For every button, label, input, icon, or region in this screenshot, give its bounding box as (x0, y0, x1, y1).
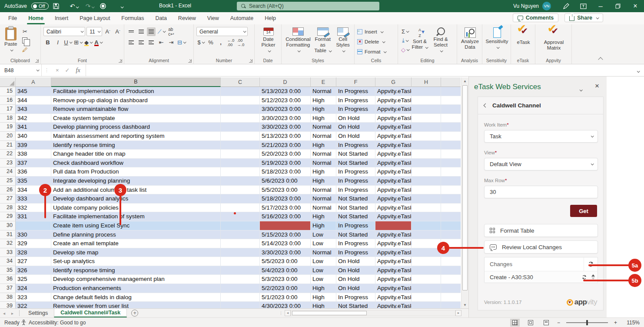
cell-task[interactable]: Identify response timing (51, 266, 221, 275)
cell-c[interactable] (221, 114, 260, 123)
cell-task[interactable]: Remove pop-up dialog in dashboard (51, 96, 221, 105)
cell-source[interactable] (375, 221, 412, 230)
clipboard-dialog-launcher-icon[interactable] (35, 59, 39, 63)
autosave-toggle[interactable]: Off (31, 3, 48, 10)
collapse-ribbon-icon[interactable] (598, 57, 603, 62)
cell-priority[interactable]: Normal (311, 132, 336, 141)
copy-button[interactable] (20, 36, 29, 45)
cell-due-date[interactable]: 5/18/2023 0:00 (260, 194, 311, 204)
cell-source[interactable]: Appvity.eTask (375, 275, 412, 284)
cell-h[interactable] (412, 194, 441, 204)
cell-c[interactable] (221, 257, 260, 266)
change-item-spinner[interactable] (590, 274, 597, 280)
cell-due-date[interactable]: 5/5/2023 0:00 (260, 186, 311, 195)
row-header[interactable]: 32 (0, 239, 16, 248)
user-name[interactable]: Vu Nguyen (513, 3, 539, 9)
cell-filler[interactable] (441, 266, 461, 275)
row-header[interactable]: 34 (0, 257, 16, 266)
row-header[interactable]: 36 (0, 275, 16, 284)
cell-priority[interactable]: High (311, 96, 336, 105)
cell-source[interactable]: Appvity.eTask (375, 204, 412, 213)
orientation-button[interactable]: ⟋ (157, 27, 166, 36)
cell-h[interactable] (412, 123, 441, 132)
tab-insert[interactable]: Insert (49, 12, 74, 24)
cell-priority[interactable]: Normal (311, 159, 336, 168)
cell-priority[interactable]: Low (311, 266, 336, 275)
cell-task[interactable]: Identify response timing (51, 141, 221, 150)
cell-priority[interactable]: Normal (311, 186, 336, 195)
cell-c[interactable] (221, 266, 260, 275)
cell-due-date[interactable]: 4/30/2023 0:00 (260, 302, 311, 308)
cell-status[interactable]: Not Started (336, 194, 375, 204)
cell-filler[interactable] (441, 150, 461, 159)
tab-page-layout[interactable]: Page Layout (74, 12, 116, 24)
cell-filler[interactable] (441, 132, 461, 141)
cell-filler[interactable] (441, 204, 461, 213)
cell-h[interactable] (412, 212, 441, 221)
decrease-indent-button[interactable]: ⇤ (157, 38, 166, 47)
cell-task[interactable]: Change header title on map (51, 150, 221, 159)
autosum-button[interactable]: Σ (401, 27, 409, 36)
column-header-f[interactable]: F (336, 77, 375, 87)
row-header[interactable]: 29 (0, 212, 16, 221)
cell-id[interactable]: 339 (16, 141, 51, 150)
row-header[interactable]: 17 (0, 105, 16, 114)
bold-button[interactable]: B (43, 38, 52, 47)
cell-c[interactable] (221, 150, 260, 159)
cell-source[interactable]: Appvity.eTask (375, 150, 412, 159)
row-header[interactable]: 21 (0, 141, 16, 150)
cell-filler[interactable] (441, 114, 461, 123)
pen-icon[interactable] (557, 0, 574, 12)
cell-c[interactable] (221, 293, 260, 302)
cell-priority[interactable]: High (311, 105, 336, 114)
analyze-data-button[interactable]: Analyze Data (460, 26, 480, 55)
cell-task[interactable]: Remove unmaintainable flow (51, 105, 221, 114)
cell-task[interactable]: Develop site map (51, 248, 221, 257)
cell-priority[interactable]: Low (311, 275, 336, 284)
font-color-button[interactable]: A (94, 38, 103, 47)
enter-icon[interactable]: ✓ (65, 67, 70, 73)
cell-status[interactable]: In Progress (336, 167, 375, 177)
cell-h[interactable] (412, 96, 441, 105)
cell-priority[interactable]: High (311, 221, 336, 230)
cell-h[interactable] (412, 293, 441, 302)
cell-source[interactable]: Appvity.eTask (375, 212, 412, 221)
scrollbar-grip-icon[interactable]: ⋮ (279, 311, 283, 315)
quick-access-chevron-icon[interactable] (116, 3, 127, 10)
zoom-slider-thumb[interactable] (586, 320, 588, 325)
cell-filler[interactable] (441, 293, 461, 302)
cell-priority[interactable]: Normal (311, 123, 336, 132)
back-chevron-icon[interactable] (484, 103, 488, 108)
paste-button[interactable]: Paste (3, 26, 19, 55)
percent-style-button[interactable]: % (206, 38, 215, 47)
cell-h[interactable] (412, 141, 441, 150)
vertical-scrollbar[interactable]: ▲ ▼ (461, 77, 468, 308)
tab-help[interactable]: Help (259, 12, 282, 24)
bottom-align-button[interactable] (147, 27, 156, 36)
middle-align-button[interactable] (137, 27, 146, 36)
cell-filler[interactable] (441, 212, 461, 221)
share-button[interactable]: Share (564, 13, 603, 22)
cell-task[interactable]: Pull data from Production (51, 167, 221, 177)
cell-priority[interactable]: High (311, 293, 336, 302)
cell-id[interactable]: 338 (16, 150, 51, 159)
cell-priority[interactable]: Normal (311, 248, 336, 257)
number-dialog-launcher-icon[interactable] (249, 59, 252, 63)
insert-cells-button[interactable]: Insert (357, 27, 396, 36)
close-button[interactable]: × (627, 0, 644, 12)
column-header-a[interactable]: A (16, 77, 51, 87)
row-header[interactable]: 20 (0, 132, 16, 141)
cell-styles-button[interactable]: Cell Styles (333, 26, 352, 55)
formula-bar-expand-icon[interactable] (631, 67, 644, 74)
cell-status[interactable]: In Progress (336, 177, 375, 186)
cell-id[interactable]: 345 (16, 87, 51, 96)
sheet-nav-left-icon[interactable]: ◂ (0, 311, 8, 316)
tab-data[interactable]: Data (149, 12, 172, 24)
zoom-level[interactable]: 115% (623, 320, 640, 326)
cell-due-date[interactable]: 5/17/2023 0:00 (260, 204, 311, 213)
row-header[interactable]: 24 (0, 167, 16, 177)
column-header-d[interactable]: D (260, 77, 311, 87)
format-table-button[interactable]: Format Table (484, 224, 598, 237)
view-select[interactable]: Default View (484, 158, 598, 170)
column-header-g[interactable]: G (375, 77, 412, 87)
